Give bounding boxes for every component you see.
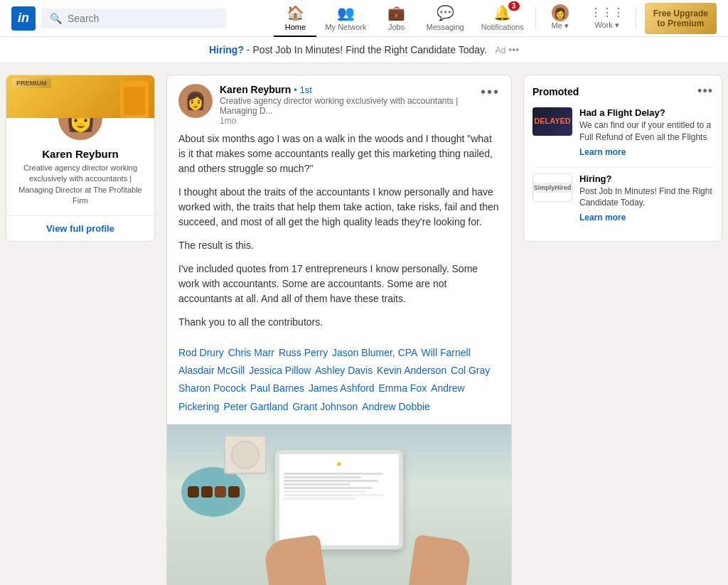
- nav-notifications-label: Notifications: [481, 23, 524, 31]
- search-icon: 🔍: [50, 13, 62, 24]
- tablet-logo-icon: ✦: [284, 458, 395, 470]
- flight-delay-thumbnail: DELAYED: [532, 107, 572, 136]
- post-author-info: Karen Reyburn • 1st Creative agency dire…: [220, 84, 473, 126]
- profile-name: Karen Reyburn: [6, 148, 154, 160]
- delay-text: DELAYED: [534, 117, 571, 126]
- premium-button[interactable]: Free Upgradeto Premium: [645, 3, 717, 34]
- premium-badge: PREMIUM: [12, 78, 51, 88]
- contributor-tag[interactable]: Paul Barnes: [250, 382, 307, 394]
- post-paragraph-4: I've included quotes from 17 entrepreneu…: [178, 262, 500, 306]
- contributor-tag[interactable]: Peter Gartland: [223, 401, 291, 412]
- post-header: 👩 Karen Reyburn • 1st Creative agency di…: [167, 75, 511, 132]
- hiring-learn-more[interactable]: Learn more: [579, 213, 626, 222]
- profile-banner-image: PREMIUM: [6, 75, 154, 118]
- post-image-inner: ✦: [167, 424, 511, 585]
- tablet-screen: ✦: [279, 454, 399, 545]
- contributor-tag[interactable]: Sharon Pocock: [178, 382, 249, 394]
- feed: 👩 Karen Reyburn • 1st Creative agency di…: [166, 75, 512, 585]
- me-avatar: 👩: [552, 4, 569, 21]
- hiring-thumbnail: SimplyHired: [532, 173, 572, 202]
- chocolate-plate: [181, 467, 245, 517]
- post-card: 👩 Karen Reyburn • 1st Creative agency di…: [166, 75, 512, 585]
- contributor-tag[interactable]: Andrew Dobbie: [362, 401, 430, 412]
- flight-delay-content: Had a Flight Delay? We can find our if y…: [579, 107, 713, 157]
- promoted-more-options[interactable]: •••: [697, 84, 713, 99]
- flight-delay-title: Had a Flight Delay?: [579, 107, 713, 118]
- nav-work-label: Work ▾: [594, 21, 619, 30]
- work-icon: ⋮⋮⋮: [590, 6, 624, 19]
- nav-network-label: My Network: [325, 23, 366, 31]
- tablet-content: [284, 473, 395, 501]
- nav-notifications[interactable]: 🔔 3 Notifications: [473, 0, 532, 37]
- contributor-tag[interactable]: Will Farnell: [422, 347, 471, 358]
- banner-highlight: Hiring?: [209, 44, 244, 55]
- post-author-avatar: 👩: [178, 84, 213, 118]
- promo-divider: [532, 167, 713, 168]
- contributor-tag[interactable]: Grant Johnson: [292, 401, 360, 412]
- profile-card: PREMIUM 👩 Karen Reyburn Creative agency …: [6, 75, 155, 242]
- hiring-title: Hiring?: [579, 173, 713, 184]
- top-banner: Hiring? - Post Job In Minutes! Find the …: [0, 37, 728, 63]
- post-author-name-row: Karen Reyburn • 1st: [220, 84, 473, 95]
- post-time: 1mo: [220, 116, 473, 126]
- contributor-tag[interactable]: Rod Drury: [178, 347, 227, 358]
- nav-jobs[interactable]: 💼 Jobs: [375, 0, 418, 37]
- nav-network[interactable]: 👥 My Network: [316, 0, 375, 37]
- promoted-header: Promoted •••: [532, 84, 713, 99]
- post-author-name[interactable]: Karen Reyburn: [220, 84, 291, 95]
- contributor-tag[interactable]: Kevin Anderson: [377, 365, 449, 376]
- banner-more-options[interactable]: •••: [508, 44, 519, 55]
- contributor-tag[interactable]: Ashley Davis: [315, 365, 375, 376]
- promoted-card: Promoted ••• DELAYED Had a Flight Delay?…: [523, 75, 722, 242]
- nav-work[interactable]: ⋮⋮⋮ Work ▾: [582, 1, 633, 36]
- post-author-degree: • 1st: [294, 85, 312, 95]
- right-sidebar: Promoted ••• DELAYED Had a Flight Delay?…: [523, 75, 722, 585]
- post-more-options[interactable]: •••: [481, 84, 500, 100]
- profile-banner: PREMIUM: [6, 75, 154, 118]
- contributor-tag[interactable]: Chris Marr: [228, 347, 277, 358]
- navbar: in 🔍 🏠 Home 👥 My Network 💼 Jobs 💬 Messag…: [0, 0, 728, 37]
- contributor-tag[interactable]: Jessica Pillow: [249, 365, 314, 376]
- linkedin-logo[interactable]: in: [11, 6, 36, 31]
- view-full-profile-button[interactable]: View full profile: [6, 216, 154, 241]
- nav-items: 🏠 Home 👥 My Network 💼 Jobs 💬 Messaging 🔔…: [274, 0, 717, 37]
- messaging-icon: 💬: [437, 4, 454, 21]
- post-paragraph-3: The result is this.: [178, 238, 500, 253]
- nav-divider: [535, 7, 536, 30]
- hiring-description: Post Job In Minutes! Find the Right Cand…: [579, 186, 713, 210]
- coffee-cup: [224, 435, 267, 474]
- nav-home-label: Home: [285, 23, 306, 31]
- promoted-title: Promoted: [532, 86, 579, 97]
- profile-description: Creative agency director working exclusi…: [6, 163, 154, 215]
- contributor-tag[interactable]: Jason Blumer, CPA: [332, 347, 419, 358]
- promo-item-hiring: SimplyHired Hiring? Post Job In Minutes!…: [532, 173, 713, 223]
- nav-divider-2: [636, 7, 636, 30]
- search-input[interactable]: [68, 13, 218, 24]
- contributor-tag[interactable]: Russ Perry: [279, 347, 331, 358]
- main-layout: PREMIUM 👩 Karen Reyburn Creative agency …: [0, 63, 728, 585]
- post-body: About six months ago I was on a walk in …: [167, 132, 511, 344]
- ad-tag: Ad: [496, 45, 506, 55]
- post-contributors: Rod Drury Chris Marr Russ Perry Jason Bl…: [167, 344, 511, 424]
- banner-text: - Post Job In Minutes! Find the Right Ca…: [247, 44, 487, 55]
- contributor-tag[interactable]: James Ashford: [309, 382, 378, 394]
- flight-delay-description: We can find our if your entitled to a Fu…: [579, 119, 713, 144]
- flight-learn-more[interactable]: Learn more: [579, 147, 626, 157]
- left-sidebar: PREMIUM 👩 Karen Reyburn Creative agency …: [6, 75, 155, 585]
- contributor-tag[interactable]: Emma Fox: [379, 382, 430, 394]
- hiring-content: Hiring? Post Job In Minutes! Find the Ri…: [579, 173, 713, 223]
- contributor-tag[interactable]: Col Gray: [451, 365, 490, 376]
- nav-home[interactable]: 🏠 Home: [274, 0, 316, 37]
- nav-me-label: Me ▾: [551, 21, 568, 31]
- contributor-tag[interactable]: Alasdair McGill: [178, 365, 247, 376]
- simply-hired-logo: SimplyHired: [532, 183, 572, 193]
- post-paragraph-1: About six months ago I was on a walk in …: [178, 132, 500, 176]
- post-author-title: Creative agency director working exclusi…: [220, 96, 473, 116]
- jobs-icon: 💼: [387, 4, 405, 21]
- nav-jobs-label: Jobs: [388, 23, 405, 31]
- tablet-device: ✦: [275, 450, 403, 549]
- nav-me[interactable]: 👩 Me ▾: [539, 0, 582, 36]
- network-icon: 👥: [337, 4, 355, 21]
- nav-messaging[interactable]: 💬 Messaging: [418, 0, 473, 37]
- search-bar[interactable]: 🔍: [41, 9, 226, 28]
